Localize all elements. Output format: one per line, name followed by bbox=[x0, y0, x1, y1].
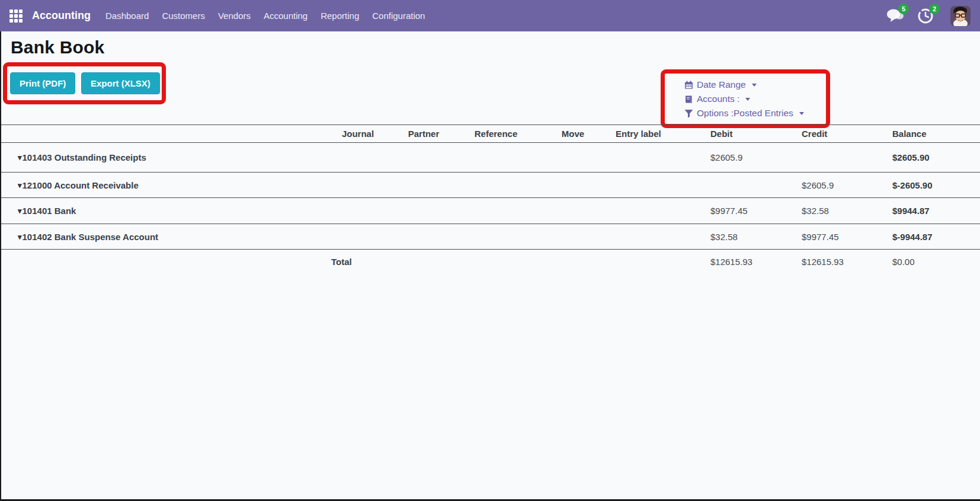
debit-value: $9977.45 bbox=[706, 206, 798, 216]
credit-value: $32.58 bbox=[798, 206, 888, 216]
collapse-caret-icon[interactable]: ▾ bbox=[18, 207, 22, 215]
chevron-down-icon bbox=[752, 84, 757, 87]
activities-icon[interactable]: 2 bbox=[917, 7, 935, 25]
table-header-row: Journal Partner Reference Move Entry lab… bbox=[1, 125, 980, 143]
account-name: 101402 Bank Suspense Account bbox=[23, 232, 159, 242]
table-row: ▾ 101403 Outstanding Receipts $2605.9 $2… bbox=[1, 143, 980, 173]
activities-badge: 2 bbox=[929, 4, 940, 14]
col-header-partner: Partner bbox=[390, 129, 457, 139]
menu-dashboard[interactable]: Dashboard bbox=[99, 0, 155, 31]
menu-accounting[interactable]: Accounting bbox=[257, 0, 314, 31]
app-title: Accounting bbox=[32, 9, 91, 22]
top-navbar: Accounting Dashboard Customers Vendors A… bbox=[0, 0, 980, 31]
main-menu: Dashboard Customers Vendors Accounting R… bbox=[99, 0, 431, 31]
col-header-credit: Credit bbox=[798, 129, 888, 139]
accounts-label: Accounts : bbox=[697, 94, 739, 104]
menu-reporting[interactable]: Reporting bbox=[314, 0, 366, 31]
table-row: ▾ 121000 Account Receivable $2605.9 $-26… bbox=[1, 173, 980, 198]
chevron-down-icon bbox=[799, 112, 804, 115]
table-row: ▾ 101402 Bank Suspense Account $32.58 $9… bbox=[1, 224, 980, 250]
balance-value: $9944.87 bbox=[888, 206, 980, 216]
accounts-filter[interactable]: Accounts : bbox=[684, 92, 750, 106]
menu-customers[interactable]: Customers bbox=[155, 0, 212, 31]
balance-value: $-9944.87 bbox=[888, 232, 980, 242]
filter-funnel-icon bbox=[684, 109, 693, 118]
col-header-balance: Balance bbox=[888, 129, 980, 139]
options-label: Options :Posted Entries bbox=[697, 108, 793, 119]
credit-value: $9977.45 bbox=[798, 232, 888, 242]
date-range-filter[interactable]: Date Range bbox=[684, 78, 757, 92]
collapse-caret-icon[interactable]: ▾ bbox=[18, 154, 22, 161]
page-title: Bank Book bbox=[11, 37, 105, 58]
menu-configuration[interactable]: Configuration bbox=[366, 0, 431, 31]
col-header-move: Move bbox=[534, 129, 611, 139]
apps-grid-icon[interactable] bbox=[9, 9, 23, 23]
options-filter[interactable]: Options :Posted Entries bbox=[684, 106, 804, 120]
col-header-reference: Reference bbox=[457, 129, 534, 139]
debit-value: $32.58 bbox=[706, 232, 798, 242]
menu-vendors[interactable]: Vendors bbox=[212, 0, 257, 31]
col-header-journal: Journal bbox=[326, 129, 390, 139]
total-balance: $0.00 bbox=[888, 257, 980, 267]
table-row: ▾ 101401 Bank $9977.45 $32.58 $9944.87 bbox=[1, 198, 980, 224]
balance-value: $2605.90 bbox=[888, 152, 980, 162]
user-avatar[interactable] bbox=[950, 6, 971, 26]
messages-badge: 5 bbox=[898, 4, 909, 14]
collapse-caret-icon[interactable]: ▾ bbox=[18, 233, 22, 241]
account-name: 101401 Bank bbox=[23, 206, 76, 216]
collapse-caret-icon[interactable]: ▾ bbox=[18, 181, 22, 189]
print-pdf-button[interactable]: Print (PDF) bbox=[10, 72, 75, 94]
credit-value: $2605.9 bbox=[798, 180, 888, 190]
journal-book-icon bbox=[684, 94, 693, 104]
account-name: 101403 Outstanding Receipts bbox=[23, 152, 146, 162]
messages-icon[interactable]: 5 bbox=[886, 7, 904, 25]
export-xlsx-button[interactable]: Export (XLSX) bbox=[81, 72, 160, 94]
account-name: 121000 Account Receivable bbox=[23, 180, 139, 190]
balance-value: $-2605.90 bbox=[888, 180, 980, 190]
total-debit: $12615.93 bbox=[706, 257, 798, 267]
chevron-down-icon bbox=[745, 98, 750, 101]
table-total-row: Total $12615.93 $12615.93 $0.00 bbox=[1, 250, 980, 273]
col-header-entry-label: Entry label bbox=[611, 129, 706, 139]
debit-value: $2605.9 bbox=[706, 152, 798, 162]
bank-book-table: Journal Partner Reference Move Entry lab… bbox=[1, 125, 980, 273]
content-area: Bank Book Print (PDF) Export (XLSX) Date… bbox=[0, 31, 980, 501]
date-range-label: Date Range bbox=[697, 79, 746, 90]
navbar-systray: 5 2 bbox=[886, 0, 980, 31]
col-header-debit: Debit bbox=[706, 129, 798, 139]
total-label: Total bbox=[326, 257, 390, 267]
calendar-icon bbox=[684, 80, 693, 90]
total-credit: $12615.93 bbox=[798, 257, 888, 267]
